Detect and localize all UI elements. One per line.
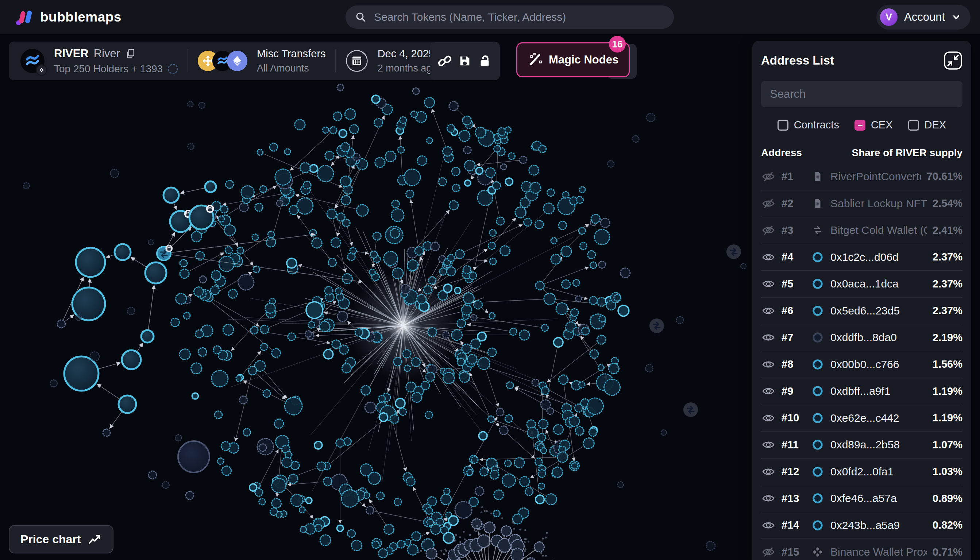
bubble-node[interactable]	[221, 442, 230, 450]
bubble-node[interactable]	[536, 495, 544, 504]
bubble-node[interactable]	[423, 242, 432, 250]
bubble-node[interactable]	[337, 84, 344, 91]
bubble-node[interactable]	[523, 218, 532, 226]
bubble-node[interactable]	[489, 230, 496, 237]
bubble-node[interactable]	[449, 201, 458, 210]
address-row[interactable]: #15Binance Wallet Prox...0.71%	[761, 538, 962, 560]
eye-icon[interactable]	[762, 277, 775, 290]
address-row[interactable]: #130xfe46...a57a0.89%	[761, 485, 962, 512]
bubble-node[interactable]	[308, 322, 315, 328]
token-search-bar[interactable]	[345, 5, 674, 29]
bubble-node[interactable]	[617, 482, 623, 488]
bubble-node[interactable]	[337, 213, 345, 221]
bubble-node[interactable]	[475, 127, 486, 138]
eye-icon[interactable]	[762, 304, 775, 317]
bubble-node[interactable]	[411, 111, 417, 118]
bubble-node[interactable]	[408, 260, 418, 270]
bubble-node[interactable]	[274, 419, 283, 428]
bubble-node[interactable]	[255, 203, 263, 211]
bubble-node[interactable]	[369, 269, 375, 275]
bubble-node[interactable]	[323, 350, 333, 359]
bubble-node[interactable]	[501, 164, 507, 170]
token-logo[interactable]	[20, 49, 45, 73]
eye-icon[interactable]	[762, 412, 775, 425]
bubble-node[interactable]	[236, 375, 242, 381]
bubble-node[interactable]	[180, 269, 189, 278]
bubble-node[interactable]	[538, 470, 546, 478]
bubble-node[interactable]	[377, 492, 384, 500]
bubble-node[interactable]	[199, 102, 205, 108]
bubble-node[interactable]	[217, 458, 224, 464]
bubble-node[interactable]	[180, 349, 190, 360]
bubble-node[interactable]	[532, 379, 539, 386]
bubble-node[interactable]	[486, 168, 495, 177]
bubble-node[interactable]	[707, 542, 715, 550]
bubble-node[interactable]	[587, 398, 603, 415]
bubble-node[interactable]	[163, 188, 179, 203]
bubble-node[interactable]	[287, 258, 297, 268]
bubble-node[interactable]	[390, 415, 399, 423]
bubble-node[interactable]	[556, 303, 568, 315]
bubble-node[interactable]	[370, 251, 377, 258]
bubble-node[interactable]	[337, 525, 343, 532]
bubble-node[interactable]	[198, 348, 207, 356]
bubble-node[interactable]	[323, 477, 332, 485]
bubble-node[interactable]	[530, 182, 541, 193]
bubble-node[interactable]	[472, 519, 482, 528]
bubble-node[interactable]	[515, 458, 525, 468]
bubble-node[interactable]	[558, 375, 568, 385]
eye-icon[interactable]	[762, 492, 775, 505]
bubble-node[interactable]	[366, 507, 373, 514]
bubble-node[interactable]	[599, 315, 605, 322]
bubble-node[interactable]	[325, 287, 333, 295]
bubble-node[interactable]	[498, 128, 506, 135]
bubble-node[interactable]	[401, 285, 410, 294]
bubble-node[interactable]	[484, 522, 495, 533]
bubble-node[interactable]	[306, 302, 323, 318]
bubble-node[interactable]	[323, 127, 329, 133]
bubble-node[interactable]	[451, 330, 462, 340]
bubble-node[interactable]	[404, 169, 420, 186]
address-row[interactable]: #2Sablier Lockup NFT (...2.54%	[761, 190, 962, 217]
bubble-node[interactable]	[571, 308, 578, 316]
bubble-node[interactable]	[394, 498, 401, 506]
bubble-node[interactable]	[441, 494, 451, 505]
bubble-node[interactable]	[305, 331, 311, 337]
bubble-node[interactable]	[398, 147, 404, 153]
bubble-node[interactable]	[260, 343, 268, 351]
bubble-node[interactable]	[259, 444, 266, 451]
bubble-node[interactable]	[183, 312, 190, 319]
bubble-node[interactable]	[260, 325, 269, 333]
bubble-node[interactable]	[342, 273, 352, 283]
bubble-node[interactable]	[374, 118, 382, 127]
address-row[interactable]: #120x0fd2...0fa11.03%	[761, 458, 962, 485]
bubble-node[interactable]	[488, 348, 496, 357]
bubble-node[interactable]	[525, 487, 533, 495]
bubble-node[interactable]	[520, 156, 527, 163]
bubble-node[interactable]	[342, 490, 359, 507]
bubble-node[interactable]	[192, 393, 198, 399]
bubble-node[interactable]	[176, 293, 187, 304]
bubble-node[interactable]	[430, 524, 440, 534]
bubble-node[interactable]	[272, 499, 281, 508]
bubble-node[interactable]	[259, 499, 265, 505]
bubble-node[interactable]	[225, 247, 232, 253]
bubble-node[interactable]	[443, 332, 449, 338]
bubble-node[interactable]	[462, 305, 472, 315]
bubble-node[interactable]	[547, 408, 553, 415]
bubble-node[interactable]	[127, 307, 135, 315]
bubble-node[interactable]	[342, 364, 351, 373]
eye-icon[interactable]	[762, 465, 775, 478]
bubble-node[interactable]	[429, 277, 436, 284]
filter-checkbox-contracts[interactable]: Contracts	[778, 119, 839, 131]
bubble-node[interactable]	[223, 324, 233, 335]
bubble-node[interactable]	[372, 542, 380, 549]
bubble-node[interactable]	[443, 372, 454, 384]
bubble-node[interactable]	[171, 318, 179, 327]
bubble-node[interactable]	[303, 181, 311, 189]
bubble-node[interactable]	[480, 468, 488, 476]
copy-address-icon[interactable]	[125, 48, 136, 59]
bubble-node[interactable]	[426, 548, 437, 559]
bubble-node[interactable]	[535, 458, 543, 466]
bubble-node[interactable]	[325, 151, 334, 160]
